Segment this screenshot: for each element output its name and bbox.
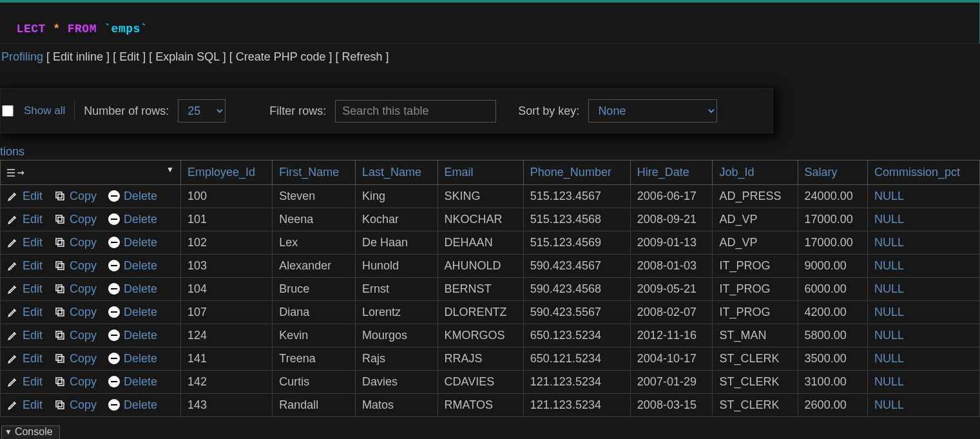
edit-row-button[interactable]: Edit xyxy=(7,375,43,389)
cell-last_name[interactable]: Rajs xyxy=(356,347,438,370)
copy-row-button[interactable]: Copy xyxy=(54,398,97,412)
chevron-down-icon[interactable]: ▼ xyxy=(166,165,174,174)
sql-query-box[interactable]: LECT * FROM `emps` xyxy=(0,3,980,44)
explain-sql-link[interactable]: Explain SQL xyxy=(155,50,219,63)
cell-phone_number[interactable]: 590.423.4568 xyxy=(523,277,630,300)
cell-last_name[interactable]: Ernst xyxy=(356,277,438,300)
cell-first_name[interactable]: Alexander xyxy=(273,254,356,277)
cell-email[interactable]: AHUNOLD xyxy=(437,254,523,277)
cell-salary[interactable]: 17000.00 xyxy=(798,208,867,231)
cell-commission_pct[interactable]: NULL xyxy=(868,254,980,277)
cell-employee_id[interactable]: 101 xyxy=(181,208,273,231)
column-header-salary[interactable]: Salary xyxy=(798,161,867,185)
cell-hire_date[interactable]: 2004-10-17 xyxy=(630,347,713,370)
cell-hire_date[interactable]: 2006-06-17 xyxy=(630,184,713,208)
cell-last_name[interactable]: Davies xyxy=(356,370,438,393)
cell-employee_id[interactable]: 124 xyxy=(181,324,273,347)
edit-row-button[interactable]: Edit xyxy=(7,398,43,412)
cell-phone_number[interactable]: 515.123.4568 xyxy=(523,208,630,231)
cell-phone_number[interactable]: 590.423.5567 xyxy=(523,300,630,324)
delete-row-button[interactable]: Delete xyxy=(108,352,157,366)
delete-row-button[interactable]: Delete xyxy=(108,282,157,296)
delete-row-button[interactable]: Delete xyxy=(108,398,157,412)
cell-employee_id[interactable]: 102 xyxy=(181,231,273,254)
cell-email[interactable]: KMORGOS xyxy=(437,324,523,347)
cell-hire_date[interactable]: 2008-02-07 xyxy=(630,300,713,324)
copy-row-button[interactable]: Copy xyxy=(54,236,97,249)
cell-first_name[interactable]: Randall xyxy=(273,393,356,416)
options-label[interactable]: tions xyxy=(0,145,980,159)
edit-row-button[interactable]: Edit xyxy=(7,306,43,319)
edit-row-button[interactable]: Edit xyxy=(7,213,43,226)
cell-last_name[interactable]: King xyxy=(356,184,438,208)
delete-row-button[interactable]: Delete xyxy=(108,236,157,249)
delete-row-button[interactable]: Delete xyxy=(108,329,157,342)
copy-row-button[interactable]: Copy xyxy=(54,352,97,366)
cell-commission_pct[interactable]: NULL xyxy=(868,370,980,393)
cell-hire_date[interactable]: 2012-11-16 xyxy=(630,324,713,347)
cell-last_name[interactable]: Kochar xyxy=(356,208,438,231)
cell-last_name[interactable]: Matos xyxy=(356,393,438,416)
cell-hire_date[interactable]: 2007-01-29 xyxy=(630,370,713,393)
cell-salary[interactable]: 3100.00 xyxy=(798,370,867,393)
cell-job_id[interactable]: ST_CLERK xyxy=(713,347,798,370)
cell-email[interactable]: RRAJS xyxy=(437,347,523,370)
edit-row-button[interactable]: Edit xyxy=(7,329,43,342)
cell-email[interactable]: BERNST xyxy=(437,277,523,300)
cell-employee_id[interactable]: 104 xyxy=(181,277,273,300)
cell-employee_id[interactable]: 143 xyxy=(181,393,273,416)
edit-link[interactable]: Edit xyxy=(119,50,139,63)
cell-commission_pct[interactable]: NULL xyxy=(868,231,980,254)
column-header-phone_number[interactable]: Phone_Number xyxy=(523,161,630,185)
cell-salary[interactable]: 6000.00 xyxy=(798,277,867,300)
edit-row-button[interactable]: Edit xyxy=(7,259,43,273)
cell-first_name[interactable]: Bruce xyxy=(273,277,356,300)
cell-job_id[interactable]: IT_PROG xyxy=(713,277,798,300)
copy-row-button[interactable]: Copy xyxy=(54,213,97,226)
copy-row-button[interactable]: Copy xyxy=(54,282,97,296)
cell-commission_pct[interactable]: NULL xyxy=(868,300,980,324)
cell-job_id[interactable]: AD_VP xyxy=(713,231,798,254)
cell-job_id[interactable]: ST_CLERK xyxy=(713,393,798,416)
copy-row-button[interactable]: Copy xyxy=(54,329,97,342)
cell-hire_date[interactable]: 2009-05-21 xyxy=(630,277,713,300)
column-header-hire_date[interactable]: Hire_Date xyxy=(630,161,713,185)
cell-last_name[interactable]: Mourgos xyxy=(356,324,438,347)
column-header-employee_id[interactable]: Employee_Id xyxy=(181,161,273,185)
edit-row-button[interactable]: Edit xyxy=(7,352,43,366)
console-tab[interactable]: ▼ Console xyxy=(1,425,60,439)
cell-employee_id[interactable]: 100 xyxy=(181,184,273,208)
edit-row-button[interactable]: Edit xyxy=(7,236,43,249)
cell-commission_pct[interactable]: NULL xyxy=(868,277,980,300)
show-all-checkbox[interactable] xyxy=(2,105,14,117)
cell-email[interactable]: NKOCHAR xyxy=(437,208,523,231)
column-header-first_name[interactable]: First_Name xyxy=(273,161,356,185)
cell-salary[interactable]: 3500.00 xyxy=(798,347,867,370)
copy-row-button[interactable]: Copy xyxy=(54,259,97,273)
cell-first_name[interactable]: Curtis xyxy=(273,370,356,393)
cell-email[interactable]: CDAVIES xyxy=(437,370,523,393)
drag-handle-icon[interactable]: → xyxy=(7,165,24,179)
cell-phone_number[interactable]: 590.423.4567 xyxy=(523,254,630,277)
cell-employee_id[interactable]: 142 xyxy=(181,370,273,393)
cell-employee_id[interactable]: 107 xyxy=(181,300,273,324)
column-actions-header[interactable]: → ▼ xyxy=(1,161,181,185)
cell-salary[interactable]: 17000.00 xyxy=(798,231,867,254)
num-rows-select[interactable]: 25 xyxy=(178,99,226,122)
delete-row-button[interactable]: Delete xyxy=(108,259,157,273)
cell-email[interactable]: DEHAAN xyxy=(437,231,523,254)
profiling-link[interactable]: Profiling xyxy=(1,50,43,63)
edit-inline-link[interactable]: Edit inline xyxy=(53,50,103,63)
cell-last_name[interactable]: Lorentz xyxy=(356,300,438,324)
cell-commission_pct[interactable]: NULL xyxy=(868,393,980,416)
cell-first_name[interactable]: Steven xyxy=(273,184,356,208)
cell-phone_number[interactable]: 650.121.5234 xyxy=(523,347,630,370)
cell-job_id[interactable]: IT_PROG xyxy=(713,300,798,324)
refresh-link[interactable]: Refresh xyxy=(341,50,382,63)
cell-job_id[interactable]: IT_PROG xyxy=(713,254,798,277)
cell-job_id[interactable]: AD_VP xyxy=(713,208,798,231)
cell-hire_date[interactable]: 2009-01-13 xyxy=(630,231,713,254)
column-header-email[interactable]: Email xyxy=(437,161,523,185)
edit-row-button[interactable]: Edit xyxy=(7,282,43,296)
cell-salary[interactable]: 4200.00 xyxy=(798,300,867,324)
